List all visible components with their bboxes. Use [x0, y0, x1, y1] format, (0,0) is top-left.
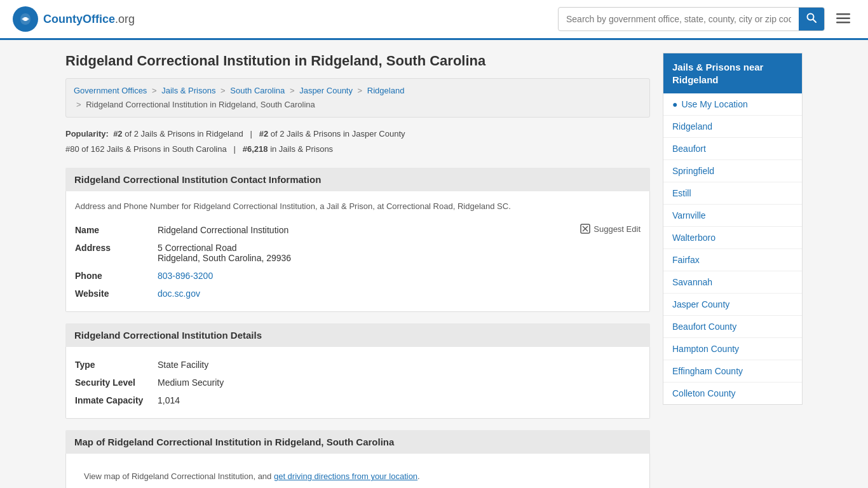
driving-directions-link[interactable]: get driving directions from your locatio… [274, 471, 417, 481]
type-label: Type [75, 360, 158, 370]
website-row: Website doc.sc.gov [75, 285, 641, 302]
search-bar [558, 7, 825, 31]
hampton-county-link[interactable]: Hampton County [663, 338, 802, 360]
svg-line-3 [813, 20, 817, 23]
fairfax-link[interactable]: Fairfax [663, 249, 802, 271]
rank2-num: #2 [259, 129, 268, 139]
sidebar-title: Jails & Prisons near Ridgeland [663, 53, 802, 93]
suggest-edit-link[interactable]: Suggest Edit [580, 224, 641, 234]
svg-rect-5 [836, 18, 850, 20]
header-right [558, 7, 855, 31]
map-section: Map of Ridgeland Correctional Institutio… [65, 430, 650, 488]
sidebar-box: Jails & Prisons near Ridgeland ● Use My … [663, 53, 803, 405]
effingham-county-link[interactable]: Effingham County [663, 360, 802, 382]
sidebar-item-hampton-county: Hampton County [663, 338, 802, 360]
map-info-block: View map of Ridgeland Correctional Insti… [65, 454, 650, 488]
svg-rect-4 [836, 13, 850, 15]
use-location-link[interactable]: ● Use My Location [663, 93, 802, 115]
type-row: Type State Facility [75, 356, 641, 374]
walterboro-link[interactable]: Walterboro [663, 227, 802, 248]
security-row: Security Level Medium Security [75, 374, 641, 391]
breadcrumb-jasper-county[interactable]: Jasper County [299, 86, 353, 95]
sidebar-item-fairfax: Fairfax [663, 249, 802, 271]
sidebar-item-springfield: Springfield [663, 160, 802, 182]
page-title: Ridgeland Correctional Institution in Ri… [65, 53, 650, 69]
sidebar-list: ● Use My Location Ridgeland Beaufort Spr… [663, 93, 802, 404]
details-info-block: Type State Facility Security Level Mediu… [65, 347, 650, 419]
contact-info-block: Address and Phone Number for Ridgeland C… [65, 191, 650, 313]
details-section-header: Ridgeland Correctional Institution Detai… [65, 323, 650, 347]
phone-link[interactable]: 803-896-3200 [158, 271, 213, 281]
contact-description: Address and Phone Number for Ridgeland C… [75, 200, 641, 213]
svg-rect-6 [836, 22, 850, 24]
site-header: CountyOffice.org [0, 0, 868, 40]
capacity-row: Inmate Capacity 1,014 [75, 391, 641, 409]
contact-section-header: Ridgeland Correctional Institution Conta… [65, 168, 650, 191]
search-button[interactable] [799, 8, 824, 30]
rank4-text: in Jails & Prisons [270, 144, 333, 154]
sidebar-item-savannah: Savannah [663, 271, 802, 294]
varnville-link[interactable]: Varnville [663, 205, 802, 226]
name-label: Name [75, 225, 158, 235]
security-value: Medium Security [158, 377, 641, 388]
popularity-section: Popularity: #2 of 2 Jails & Prisons in R… [65, 126, 650, 156]
breadcrumb-ridgeland[interactable]: Ridgeland [367, 86, 405, 95]
contact-section: Ridgeland Correctional Institution Conta… [65, 168, 650, 313]
breadcrumb-current: Ridgeland Correctional Institution in Ri… [86, 100, 315, 109]
website-value: doc.sc.gov [158, 288, 641, 299]
name-value: Ridgeland Correctional Institution [158, 225, 641, 235]
svg-point-1 [24, 17, 27, 21]
address-label: Address [75, 243, 158, 253]
sidebar-item-jasper-county: Jasper County [663, 294, 802, 316]
savannah-link[interactable]: Savannah [663, 271, 802, 293]
sidebar: Jails & Prisons near Ridgeland ● Use My … [663, 53, 803, 488]
rank3-num: #80 [65, 144, 79, 154]
beaufort-county-link[interactable]: Beaufort County [663, 316, 802, 337]
phone-row: Phone 803-896-3200 [75, 267, 641, 285]
sidebar-item-beaufort: Beaufort [663, 138, 802, 160]
edit-icon [580, 224, 590, 234]
capacity-value: 1,014 [158, 395, 641, 405]
page-content: Ridgeland Correctional Institution in Ri… [53, 40, 815, 488]
ridgeland-link[interactable]: Ridgeland [663, 116, 802, 137]
website-label: Website [75, 288, 158, 299]
type-value: State Facility [158, 360, 641, 370]
sidebar-item-walterboro: Walterboro [663, 227, 802, 249]
rank1-text: of 2 Jails & Prisons in Ridgeland [125, 129, 243, 139]
jasper-county-link[interactable]: Jasper County [663, 294, 802, 315]
details-section: Ridgeland Correctional Institution Detai… [65, 323, 650, 419]
rank2-text: of 2 Jails & Prisons in Jasper County [271, 129, 405, 139]
rank4-num: #6,218 [243, 144, 268, 154]
estill-link[interactable]: Estill [663, 182, 802, 204]
address-row: Address 5 Correctional Road Ridgeland, S… [75, 239, 641, 267]
website-link[interactable]: doc.sc.gov [158, 288, 200, 299]
logo-text: CountyOffice.org [43, 13, 135, 26]
name-row: Name Ridgeland Correctional Institution … [75, 221, 641, 239]
address-value: 5 Correctional Road Ridgeland, South Car… [158, 243, 641, 263]
breadcrumb-jails-prisons[interactable]: Jails & Prisons [161, 86, 215, 95]
phone-label: Phone [75, 271, 158, 281]
menu-button[interactable] [831, 8, 855, 30]
beaufort-link[interactable]: Beaufort [663, 138, 802, 159]
sidebar-item-use-location: ● Use My Location [663, 93, 802, 116]
logo-area: CountyOffice.org [13, 6, 135, 32]
location-icon: ● [672, 99, 677, 109]
sidebar-item-ridgeland: Ridgeland [663, 116, 802, 138]
logo-icon [13, 6, 38, 32]
rank1-num: #2 [113, 129, 122, 139]
rank3-text: of 162 Jails & Prisons in South Carolina [81, 144, 226, 154]
main-column: Ridgeland Correctional Institution in Ri… [65, 53, 650, 488]
phone-value: 803-896-3200 [158, 271, 641, 281]
breadcrumb-south-carolina[interactable]: South Carolina [230, 86, 285, 95]
map-description: View map of Ridgeland Correctional Insti… [75, 463, 641, 488]
map-section-header: Map of Ridgeland Correctional Institutio… [65, 430, 650, 454]
breadcrumb: Government Offices > Jails & Prisons > S… [65, 78, 650, 118]
colleton-county-link[interactable]: Colleton County [663, 383, 802, 404]
breadcrumb-government-offices[interactable]: Government Offices [74, 86, 147, 95]
sidebar-item-varnville: Varnville [663, 205, 802, 227]
search-input[interactable] [559, 9, 799, 29]
springfield-link[interactable]: Springfield [663, 160, 802, 182]
security-label: Security Level [75, 377, 158, 388]
sidebar-item-effingham-county: Effingham County [663, 360, 802, 383]
sidebar-item-beaufort-county: Beaufort County [663, 316, 802, 338]
